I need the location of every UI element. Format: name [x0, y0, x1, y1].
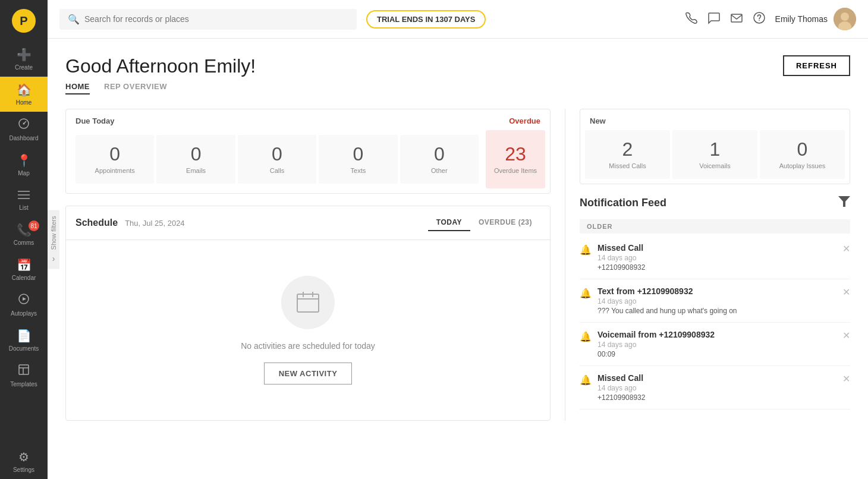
notification-item-1: 🔔 Missed Call 14 days ago +12109908932 ✕ [580, 236, 850, 279]
stat-autoplay-issues[interactable]: 0 Autoplay Issues [760, 130, 845, 179]
left-panel: Due Today Overdue 0 Appointments 0 Email… [65, 109, 565, 421]
schedule-date: Thu, Jul 25, 2024 [125, 219, 184, 228]
voicemails-number: 1 [710, 140, 721, 159]
search-bar[interactable]: 🔍 [59, 9, 357, 30]
notif-close-4[interactable]: ✕ [842, 373, 850, 385]
overdue-title: Overdue [509, 116, 540, 125]
notif-title-4: Missed Call [597, 373, 836, 383]
stat-voicemails[interactable]: 1 Voicemails [672, 130, 757, 179]
notif-content-1: Missed Call 14 days ago +12109908932 [597, 243, 836, 272]
notif-time-3: 14 days ago [597, 341, 836, 349]
notification-feed-header: Notification Feed [580, 196, 850, 210]
appointments-label: Appointments [95, 167, 135, 174]
right-panel: New 2 Missed Calls 1 Voicemails 0 Autopl [565, 109, 850, 421]
sidebar-item-create[interactable]: ➕ Create [0, 42, 48, 77]
topnav: 🔍 TRIAL ENDS IN 1307 DAYS [48, 0, 868, 39]
notif-content-2: Text from +12109908932 14 days ago ??? Y… [597, 286, 836, 315]
svg-marker-6 [23, 297, 26, 301]
bell-icon-2: 🔔 [580, 288, 592, 299]
sidebar-item-list[interactable]: List [0, 182, 48, 217]
home-icon: 🏠 [17, 83, 32, 97]
calls-number: 0 [272, 144, 282, 163]
new-activity-button[interactable]: NEW ACTIVITY [264, 363, 353, 385]
show-filters-panel[interactable]: Show filters › [48, 210, 59, 269]
autoplay-issues-label: Autoplay Issues [779, 162, 826, 169]
sidebar-label-documents: Documents [9, 345, 39, 352]
filter-icon[interactable] [838, 196, 850, 210]
page-title: Good Afternoon Emily! [65, 55, 256, 77]
refresh-button[interactable]: REFRESH [783, 55, 850, 76]
stat-overdue[interactable]: 23 Overdue Items [486, 130, 545, 188]
svg-point-1 [23, 123, 25, 125]
sidebar-label-settings: Settings [13, 467, 34, 473]
voicemails-label: Voicemails [699, 162, 731, 169]
search-input[interactable] [84, 14, 348, 24]
phone-icon[interactable] [685, 11, 698, 27]
schedule-tabs: TODAY OVERDUE (23) [428, 215, 540, 231]
schedule-title: Schedule [76, 218, 118, 228]
tab-rep-overview[interactable]: REP OVERVIEW [104, 82, 167, 94]
overdue-label: Overdue Items [494, 167, 537, 174]
schedule-tab-overdue[interactable]: OVERDUE (23) [470, 215, 540, 231]
sidebar-item-comms[interactable]: 81 📞 Comms [0, 217, 48, 252]
notification-older-label: OLDER [580, 219, 850, 234]
due-today-header: Due Today Overdue [66, 109, 550, 125]
stat-appointments[interactable]: 0 Appointments [76, 135, 154, 184]
sidebar-item-home[interactable]: 🏠 Home [0, 77, 48, 112]
notif-detail-4: +12109908932 [597, 393, 836, 402]
settings-icon: ⚙ [18, 450, 29, 464]
comms-badge: 81 [29, 220, 39, 231]
notif-detail-1: +12109908932 [597, 263, 836, 272]
sidebar-label-map: Map [18, 170, 29, 177]
avatar [834, 8, 856, 30]
stat-emails[interactable]: 0 Emails [156, 135, 235, 184]
sidebar-item-documents[interactable]: 📄 Documents [0, 323, 48, 358]
stat-missed-calls[interactable]: 2 Missed Calls [585, 130, 670, 179]
sidebar-item-settings[interactable]: ⚙ Settings [0, 444, 48, 479]
schedule-tab-today[interactable]: TODAY [428, 215, 470, 231]
sidebar-item-dashboard[interactable]: Dashboard [0, 112, 48, 147]
user-name: Emily Thomas [775, 14, 828, 24]
empty-calendar-icon [281, 276, 335, 329]
notification-feed: Notification Feed OLDER 🔔 Missed Call 14 [580, 196, 850, 409]
notif-detail-2: ??? You called and hung up what's going … [597, 307, 836, 315]
tab-home[interactable]: HOME [65, 82, 90, 94]
notif-close-3[interactable]: ✕ [842, 330, 850, 341]
svg-rect-7 [19, 365, 29, 374]
schedule-title-group: Schedule Thu, Jul 25, 2024 [76, 218, 185, 228]
notif-close-1[interactable]: ✕ [842, 243, 850, 254]
sidebar-label-calendar: Calendar [12, 275, 36, 281]
svg-point-14 [841, 12, 849, 21]
missed-calls-label: Missed Calls [609, 162, 646, 169]
overdue-number: 23 [505, 144, 526, 163]
calendar-icon: 📅 [17, 258, 32, 272]
templates-icon [18, 364, 30, 379]
svg-rect-10 [731, 14, 742, 22]
sidebar-item-calendar[interactable]: 📅 Calendar [0, 252, 48, 287]
page-content: Good Afternoon Emily! HOME REP OVERVIEW … [48, 39, 868, 479]
main-wrapper: 🔍 TRIAL ENDS IN 1307 DAYS [48, 0, 868, 479]
trial-badge: TRIAL ENDS IN 1307 DAYS [366, 10, 486, 29]
due-today-grid: 0 Appointments 0 Emails 0 Calls [71, 130, 483, 188]
stat-other[interactable]: 0 Other [400, 135, 479, 184]
other-label: Other [431, 167, 448, 174]
stat-calls[interactable]: 0 Calls [238, 135, 316, 184]
sidebar-item-templates[interactable]: Templates [0, 358, 48, 393]
svg-point-12 [759, 20, 760, 21]
sidebar-label-home: Home [16, 99, 32, 106]
bell-icon-4: 🔔 [580, 374, 592, 386]
chat-icon[interactable] [707, 11, 721, 27]
mail-icon[interactable] [730, 11, 743, 27]
notification-item-3: 🔔 Voicemail from +12109908932 14 days ag… [580, 323, 850, 366]
user-section[interactable]: Emily Thomas [775, 8, 856, 30]
help-icon[interactable] [753, 11, 766, 27]
show-filters-arrow: › [50, 253, 57, 263]
sidebar-item-autoplays[interactable]: Autoplays [0, 287, 48, 323]
new-stats-grid: 2 Missed Calls 1 Voicemails 0 Autoplay I… [580, 125, 850, 184]
notif-close-2[interactable]: ✕ [842, 286, 850, 298]
sidebar-item-map[interactable]: 📍 Map [0, 147, 48, 182]
stat-texts[interactable]: 0 Texts [319, 135, 397, 184]
texts-number: 0 [353, 144, 363, 163]
app-logo: P [12, 9, 36, 33]
nav-icons: Emily Thomas [685, 8, 856, 30]
